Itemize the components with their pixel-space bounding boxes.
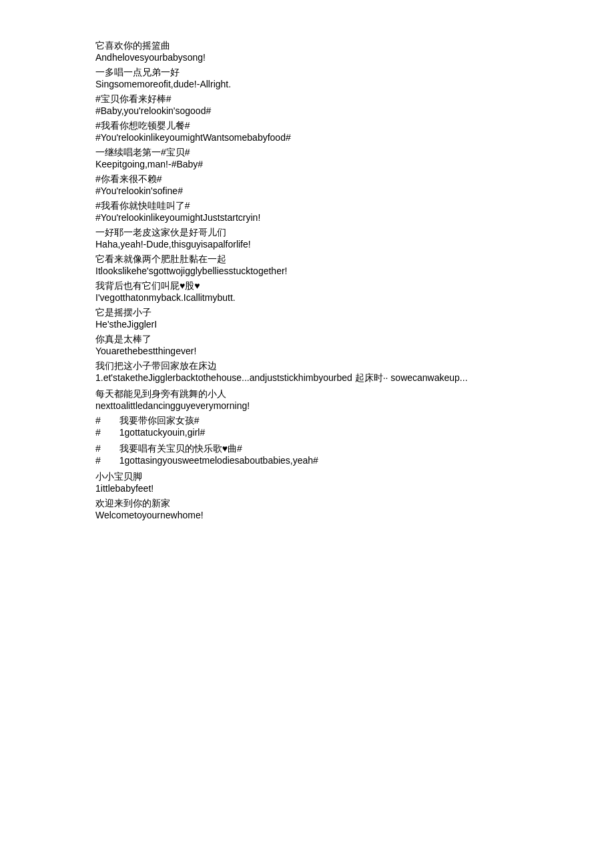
line-pair-0: 它喜欢你的摇篮曲Andhelovesyourbabysong! — [95, 40, 519, 63]
line-pair-6: #我看你就快哇哇叫了##You'relookinlikeyoumightJust… — [95, 200, 519, 223]
chinese-line-17: 欢迎来到你的新家 — [95, 498, 519, 510]
english-line-10: He'stheJigglerI — [95, 319, 519, 330]
chinese-line-16: 小小宝贝脚 — [95, 471, 519, 483]
english-line-11: Youarethebestthingever! — [95, 346, 519, 356]
chinese-line-10: 它是摇摆小子 — [95, 307, 519, 319]
chinese-line-4: 一继续唱老第一#宝贝# — [95, 147, 519, 159]
english-line-1: Singsomemoreofit,dude!-Allright. — [95, 79, 519, 89]
line-pair-14: # 我要带你回家女孩## 1gottatuckyouin,girl# — [95, 415, 519, 439]
chinese-line-15: # 我要唱有关宝贝的快乐歌♥曲# — [95, 443, 519, 455]
line-pair-12: 我们把这小子带回家放在床边1.et'staketheJigglerbacktot… — [95, 360, 519, 384]
english-line-8: Itlookslikehe'sgottwojigglybelliesstuckt… — [95, 266, 519, 276]
english-line-6: #You'relookinlikeyoumightJuststartcryin! — [95, 212, 519, 223]
english-line-7: Haha,yeah!-Dude,thisguyisapalforlife! — [95, 239, 519, 250]
english-line-12: 1.et'staketheJigglerbacktothehouse...and… — [95, 372, 519, 384]
line-pair-9: 我背后也有它们叫屁♥股♥I'vegotthatonmyback.Icallitm… — [95, 280, 519, 303]
line-pair-4: 一继续唱老第一#宝贝#Keepitgoing,man!-#Baby# — [95, 147, 519, 169]
chinese-line-3: #我看你想吃顿婴儿餐# — [95, 120, 519, 132]
line-pair-11: 你真是太棒了Youarethebestthingever! — [95, 334, 519, 356]
english-line-3: #You'relookinlikeyoumightWantsomebabyfoo… — [95, 132, 519, 143]
chinese-line-5: #你看来很不赖# — [95, 173, 519, 185]
english-line-0: Andhelovesyourbabysong! — [95, 52, 519, 63]
chinese-line-0: 它喜欢你的摇篮曲 — [95, 40, 519, 52]
english-line-14: # 1gottatuckyouin,girl# — [95, 427, 519, 439]
line-pair-16: 小小宝贝脚1ittlebabyfeet! — [95, 471, 519, 494]
chinese-line-13: 每天都能见到身旁有跳舞的小人 — [95, 388, 519, 400]
line-pair-8: 它看来就像两个肥肚肚黏在一起Itlookslikehe'sgottwojiggl… — [95, 254, 519, 276]
english-line-13: nexttoalittledancingguyeverymorning! — [95, 400, 519, 411]
english-line-9: I'vegotthatonmyback.Icallitmybutt. — [95, 292, 519, 303]
line-pair-10: 它是摇摆小子He'stheJigglerI — [95, 307, 519, 330]
english-line-17: Welcometoyournewhome! — [95, 510, 519, 520]
english-line-15: # 1gottasingyousweetmelodiesaboutbabies,… — [95, 455, 519, 467]
chinese-line-6: #我看你就快哇哇叫了# — [95, 200, 519, 212]
line-pair-15: # 我要唱有关宝贝的快乐歌♥曲## 1gottasingyousweetmelo… — [95, 443, 519, 467]
line-pair-17: 欢迎来到你的新家Welcometoyournewhome! — [95, 498, 519, 520]
line-pair-5: #你看来很不赖##You'relookin'sofine# — [95, 173, 519, 196]
line-pair-1: 一多唱一点兄弟一好Singsomemoreofit,dude!-Allright… — [95, 67, 519, 89]
chinese-line-8: 它看来就像两个肥肚肚黏在一起 — [95, 254, 519, 266]
english-line-5: #You'relookin'sofine# — [95, 185, 519, 196]
english-line-4: Keepitgoing,man!-#Baby# — [95, 159, 519, 169]
chinese-line-2: #宝贝你看来好棒# — [95, 93, 519, 105]
main-content: 它喜欢你的摇篮曲Andhelovesyourbabysong!一多唱一点兄弟一好… — [95, 40, 519, 520]
english-line-16: 1ittlebabyfeet! — [95, 483, 519, 494]
chinese-line-11: 你真是太棒了 — [95, 334, 519, 346]
line-pair-7: 一好耶一老皮这家伙是好哥儿们Haha,yeah!-Dude,thisguyisa… — [95, 227, 519, 250]
line-pair-13: 每天都能见到身旁有跳舞的小人nexttoalittledancingguyeve… — [95, 388, 519, 411]
line-pair-3: #我看你想吃顿婴儿餐##You'relookinlikeyoumightWant… — [95, 120, 519, 143]
line-pair-2: #宝贝你看来好棒##Baby,you'relookin'sogood# — [95, 93, 519, 116]
chinese-line-7: 一好耶一老皮这家伙是好哥儿们 — [95, 227, 519, 239]
english-line-2: #Baby,you'relookin'sogood# — [95, 105, 519, 116]
chinese-line-12: 我们把这小子带回家放在床边 — [95, 360, 519, 372]
chinese-line-1: 一多唱一点兄弟一好 — [95, 67, 519, 79]
chinese-line-14: # 我要带你回家女孩# — [95, 415, 519, 427]
chinese-line-9: 我背后也有它们叫屁♥股♥ — [95, 280, 519, 292]
